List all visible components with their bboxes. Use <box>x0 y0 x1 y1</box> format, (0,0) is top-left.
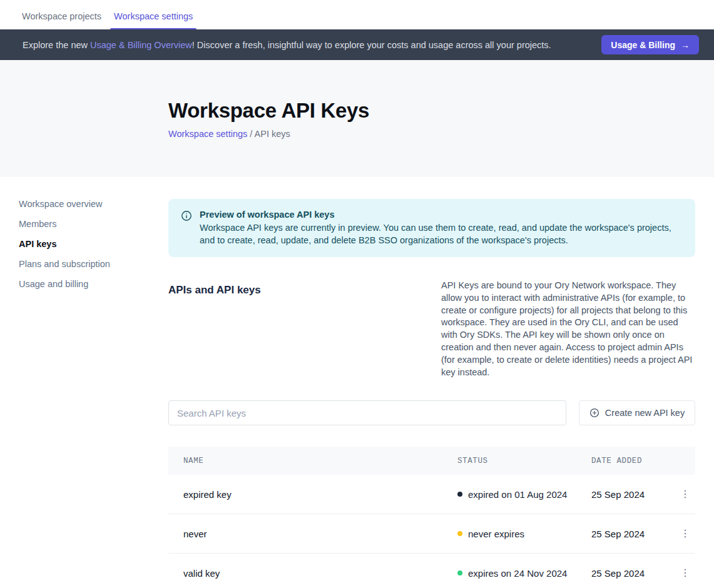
date-added-cell: 25 Sep 2024 <box>591 529 675 539</box>
arrow-right-icon: → <box>681 40 690 50</box>
breadcrumb-workspace-settings-link[interactable]: Workspace settings <box>168 129 247 139</box>
section-heading: APIs and API keys <box>168 280 261 378</box>
api-key-name: never <box>168 529 457 539</box>
usage-billing-button-label: Usage & Billing <box>611 40 675 50</box>
preview-note-title: Preview of workspace API keys <box>200 210 683 220</box>
status-dot <box>457 531 462 536</box>
sidebar-item-workspace-overview[interactable]: Workspace overview <box>19 198 168 210</box>
api-keys-section-header: APIs and API keys API Keys are bound to … <box>168 280 695 378</box>
usage-billing-promo-banner: Explore the new Usage & Billing Overview… <box>0 29 714 60</box>
breadcrumb-current: API keys <box>255 129 290 139</box>
column-header-name: NAME <box>168 457 457 465</box>
status-cell: expired on 01 Aug 2024 <box>457 489 591 500</box>
settings-sidebar: Workspace overview Members API keys Plan… <box>0 177 168 588</box>
date-added-cell: 25 Sep 2024 <box>591 489 675 500</box>
api-keys-table: NAME STATUS DATE ADDED expired key expir… <box>168 447 695 588</box>
usage-billing-button[interactable]: Usage & Billing → <box>601 35 699 54</box>
status-text: never expires <box>468 529 524 539</box>
page-header: Workspace API Keys Workspace settings / … <box>0 60 714 177</box>
status-cell: never expires <box>457 529 591 539</box>
table-row: valid key expires on 24 Nov 2024 25 Sep … <box>168 554 695 588</box>
kebab-menu-icon[interactable]: ⋮ <box>675 565 695 580</box>
preview-note-body: Workspace API keys are currently in prev… <box>200 222 683 246</box>
top-navigation: Workspace projects Workspace settings <box>0 0 714 29</box>
preview-note-content: Preview of workspace API keys Workspace … <box>200 210 683 246</box>
tab-workspace-projects[interactable]: Workspace projects <box>18 11 105 29</box>
sidebar-item-api-keys[interactable]: API keys <box>19 238 168 250</box>
promo-banner-text: Explore the new Usage & Billing Overview… <box>23 40 601 50</box>
table-row: expired key expired on 01 Aug 2024 25 Se… <box>168 475 695 514</box>
kebab-menu-icon[interactable]: ⋮ <box>675 487 695 502</box>
breadcrumb: Workspace settings / API keys <box>168 129 714 139</box>
api-key-name: valid key <box>168 568 457 579</box>
status-text: expired on 01 Aug 2024 <box>468 489 567 500</box>
table-controls: Create new API key <box>168 400 695 425</box>
status-text: expires on 24 Nov 2024 <box>468 568 567 579</box>
content-area: Preview of workspace API keys Workspace … <box>168 177 695 588</box>
tab-workspace-settings[interactable]: Workspace settings <box>110 11 196 29</box>
section-description: API Keys are bound to your Ory Network w… <box>441 280 695 378</box>
breadcrumb-separator: / <box>250 129 252 139</box>
column-header-date-added: DATE ADDED <box>591 457 675 465</box>
plus-circle-icon <box>589 408 599 418</box>
table-row: never never expires 25 Sep 2024 ⋮ <box>168 514 695 554</box>
kebab-menu-icon[interactable]: ⋮ <box>675 526 695 541</box>
table-header-row: NAME STATUS DATE ADDED <box>168 447 695 475</box>
info-circle-icon <box>181 210 192 246</box>
column-header-status: STATUS <box>457 457 591 465</box>
status-cell: expires on 24 Nov 2024 <box>457 568 591 579</box>
preview-note-banner: Preview of workspace API keys Workspace … <box>168 199 695 257</box>
api-key-name: expired key <box>168 489 457 500</box>
sidebar-item-members[interactable]: Members <box>19 218 168 230</box>
promo-text-before: Explore the new <box>23 40 90 50</box>
main-layout: Workspace overview Members API keys Plan… <box>0 177 714 588</box>
create-api-key-button[interactable]: Create new API key <box>579 400 695 425</box>
create-api-key-button-label: Create new API key <box>605 408 685 418</box>
usage-billing-overview-link[interactable]: Usage & Billing Overview <box>90 40 192 50</box>
promo-text-after: ! Discover a fresh, insightful way to ex… <box>192 40 551 50</box>
sidebar-item-plans-subscription[interactable]: Plans and subscription <box>19 258 168 270</box>
status-dot <box>457 492 462 497</box>
search-input[interactable] <box>168 400 566 425</box>
date-added-cell: 25 Sep 2024 <box>591 568 675 579</box>
status-dot <box>457 570 462 575</box>
sidebar-item-usage-billing[interactable]: Usage and billing <box>19 278 168 290</box>
page-title: Workspace API Keys <box>168 99 714 123</box>
